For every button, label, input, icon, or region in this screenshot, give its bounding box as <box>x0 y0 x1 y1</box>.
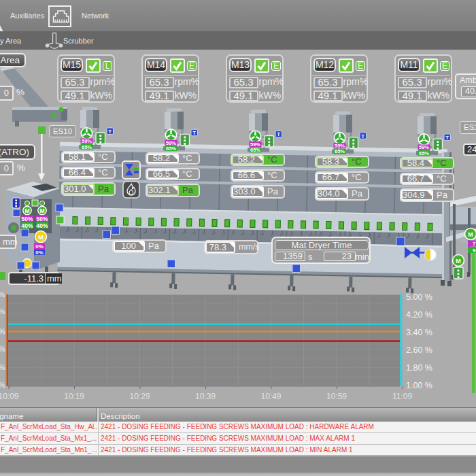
svg-text:1.80 %: 1.80 % <box>406 363 432 373</box>
svg-text:M: M <box>39 207 44 214</box>
svg-text:T: T <box>108 129 112 135</box>
svg-text:M: M <box>468 231 473 238</box>
svg-text:11:09: 11:09 <box>392 392 412 401</box>
svg-text:3.40 %: 3.40 % <box>406 328 432 337</box>
svg-text:74: 74 <box>473 241 476 247</box>
svg-text:10:09: 10:09 <box>0 392 19 401</box>
svg-text:10:59: 10:59 <box>326 392 347 401</box>
svg-text:0%: 0% <box>35 243 44 250</box>
svg-text:1.00 %: 1.00 % <box>406 381 432 390</box>
svg-text:65%: 65% <box>250 147 260 153</box>
svg-text:%: % <box>0 291 5 299</box>
svg-text:%: % <box>0 308 5 316</box>
svg-text:5.00 %: 5.00 % <box>406 292 432 302</box>
svg-text:T: T <box>361 133 364 139</box>
svg-text:91: 91 <box>473 248 476 254</box>
svg-text:65%: 65% <box>166 146 176 152</box>
svg-text:10:49: 10:49 <box>260 392 281 401</box>
svg-text:50%: 50% <box>21 216 33 222</box>
svg-text:T: T <box>277 131 280 137</box>
svg-text:40%: 40% <box>21 222 33 229</box>
svg-text:M: M <box>456 258 461 265</box>
svg-text:%: % <box>0 364 5 371</box>
svg-text:%: % <box>0 345 5 353</box>
svg-text:T: T <box>445 135 449 141</box>
svg-text:10:29: 10:29 <box>129 392 150 401</box>
svg-text:10:39: 10:39 <box>195 392 216 401</box>
svg-text:%: % <box>0 381 5 389</box>
svg-text:65%: 65% <box>419 150 429 156</box>
svg-text:10:19: 10:19 <box>64 392 84 401</box>
svg-text:T: T <box>192 130 196 136</box>
svg-text:M: M <box>38 234 44 241</box>
svg-text:0%: 0% <box>35 250 44 256</box>
svg-text:2.60 %: 2.60 % <box>406 345 432 355</box>
svg-text:65%: 65% <box>335 148 345 154</box>
svg-text:%: % <box>0 328 5 335</box>
svg-text:4.20 %: 4.20 % <box>406 310 432 320</box>
svg-text:M: M <box>24 207 29 214</box>
svg-text:65%: 65% <box>82 144 92 150</box>
svg-text:40%: 40% <box>36 222 48 229</box>
svg-text:50%: 50% <box>36 216 48 222</box>
